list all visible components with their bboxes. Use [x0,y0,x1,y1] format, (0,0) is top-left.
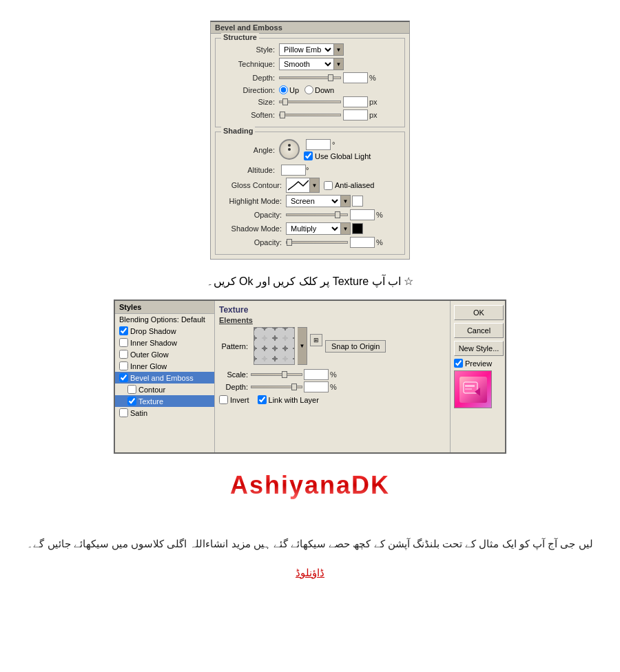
global-light-text: Use Global Light [315,152,371,160]
direction-up-label[interactable]: Up [279,85,299,94]
pattern-dropdown-arrow[interactable]: ▼ [298,327,307,365]
highlight-mode-select[interactable]: Screen [286,195,341,207]
shadow-mode-arrow[interactable]: ▼ [341,222,351,235]
ok-button[interactable]: OK [454,305,504,320]
depth-slider-tex[interactable] [251,386,302,388]
texture-checkbox[interactable] [127,397,136,406]
anti-aliased-checkbox[interactable] [324,181,333,190]
sidebar-item-blending[interactable]: Blending Options: Default [115,314,214,325]
contour-dropdown-arrow[interactable]: ▼ [310,178,320,193]
scale-slider[interactable] [251,373,302,376]
bevel-emboss-checkbox[interactable] [119,373,128,382]
soften-thumb[interactable] [280,112,285,118]
highlight-opacity-label: Opacity: [220,211,282,219]
invert-checkbox[interactable] [219,395,228,404]
direction-up-radio[interactable] [279,85,288,94]
sidebar-item-satin[interactable]: Satin [115,407,214,419]
highlight-opacity-slider[interactable] [286,213,348,216]
outer-glow-checkbox[interactable] [119,350,128,359]
depth-unit: % [369,74,376,82]
direction-row: Direction: Up Down [220,85,400,94]
new-style-button[interactable]: New Style... [454,341,504,356]
contour-sidebar-label: Contour [138,386,165,394]
size-input[interactable]: 5 [343,96,368,107]
style-dropdown-arrow[interactable]: ▼ [334,43,344,56]
soften-slider[interactable] [279,114,341,116]
altitude-input[interactable]: 30 [281,165,306,176]
bottom-link-container: ڈاؤنلوڈ [0,560,620,586]
shadow-opacity-row: Opacity: 0 % [220,237,400,248]
depth-input[interactable]: 100 [343,72,368,83]
technique-dropdown-arrow[interactable]: ▼ [334,58,344,70]
sidebar-item-outer-glow[interactable]: Outer Glow [115,348,214,360]
drop-shadow-checkbox[interactable] [119,326,128,335]
highlight-opacity-input[interactable]: 100 [350,209,375,220]
soften-input[interactable]: 0 [343,109,368,120]
cancel-button[interactable]: Cancel [454,323,504,338]
inner-glow-checkbox[interactable] [119,361,128,370]
preview-checkbox[interactable] [454,359,463,368]
link-layer-label[interactable]: Link with Layer [258,395,319,404]
global-light-checkbox[interactable] [304,151,313,160]
size-unit: px [369,98,378,106]
bevel-emboss-panel: Bevel and Emboss Structure Style: Pillow… [210,21,410,260]
style-select[interactable]: Pillow Emboss [279,43,334,56]
size-thumb[interactable] [282,98,288,105]
scale-thumb[interactable] [282,371,287,378]
technique-select[interactable]: Smooth [279,58,334,70]
shadow-mode-select[interactable]: Multiply [286,222,341,235]
drop-shadow-label: Drop Shadow [130,327,176,335]
depth-thumb-tex[interactable] [291,384,297,390]
snap-to-origin-btn[interactable]: Snap to Origin [325,340,386,353]
shadow-opacity-label: Opacity: [220,238,282,246]
satin-checkbox[interactable] [119,408,128,417]
shading-section: Shading Angle: 120 ° [215,132,405,255]
sidebar-item-inner-shadow[interactable]: Inner Shadow [115,337,214,348]
bottom-link[interactable]: ڈاؤنلوڈ [296,567,324,578]
altitude-label: Altitude: [220,166,275,174]
direction-down-label[interactable]: Down [304,85,334,94]
inner-shadow-checkbox[interactable] [119,338,128,347]
angle-wheel[interactable] [279,139,300,160]
depth-thumb[interactable] [328,74,333,81]
anti-aliased-label[interactable]: Anti-aliased [324,181,374,190]
tex-depth-input[interactable]: +100 [304,381,329,392]
dialog-layout: Styles Blending Options: Default Drop Sh… [115,301,505,452]
sidebar-item-contour[interactable]: Contour [115,384,214,395]
highlight-mode-arrow[interactable]: ▼ [341,195,351,207]
scale-row: Scale: 100 % [219,369,446,380]
highlight-mode-wrapper[interactable]: Screen ▼ [286,195,351,207]
direction-down-radio[interactable] [304,85,313,94]
panel-title: Bevel and Emboss [211,22,409,34]
texture-dialog: Styles Blending Options: Default Drop Sh… [114,300,506,454]
preview-label[interactable]: Preview [454,359,502,368]
tex-depth-label: Depth: [219,383,248,391]
brand-text: AshiyanaDK [230,471,390,499]
sidebar-item-texture[interactable]: Texture [115,395,214,407]
contour-checkbox[interactable] [127,385,136,394]
highlight-opacity-thumb[interactable] [335,211,340,218]
shadow-opacity-thumb[interactable] [287,239,292,246]
sidebar-item-drop-shadow[interactable]: Drop Shadow [115,325,214,337]
depth-slider[interactable] [279,76,341,79]
link-layer-checkbox[interactable] [258,395,267,404]
technique-dropdown-wrapper[interactable]: Smooth ▼ [279,58,344,70]
shadow-color-swatch[interactable] [352,223,363,234]
highlight-color-swatch[interactable] [352,196,363,207]
contour-preview[interactable] [286,178,310,193]
shadow-opacity-input[interactable]: 0 [350,237,375,248]
sidebar-item-inner-glow[interactable]: Inner Glow [115,360,214,372]
invert-label[interactable]: Invert [219,395,249,404]
shadow-mode-wrapper[interactable]: Multiply ▼ [286,222,351,235]
size-slider[interactable] [279,101,341,103]
global-light-label[interactable]: Use Global Light [304,151,371,160]
style-dropdown-wrapper[interactable]: Pillow Emboss ▼ [279,43,344,56]
altitude-row: Altitude: 30 ° [220,165,400,176]
shadow-opacity-slider[interactable] [286,241,348,244]
angle-input[interactable]: 120 [306,139,331,150]
pattern-preview[interactable] [254,327,295,365]
pattern-preview-inner [254,328,294,364]
pattern-options-btn[interactable]: ⊞ [310,334,322,346]
scale-input[interactable]: 100 [304,369,329,380]
sidebar-item-bevel-emboss[interactable]: Bevel and Emboss [115,372,214,384]
